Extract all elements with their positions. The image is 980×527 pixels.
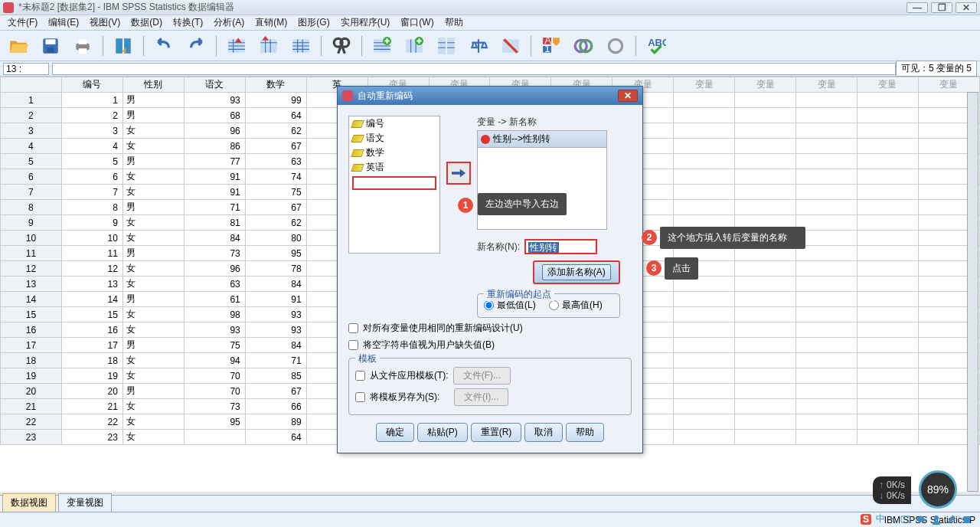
- empty-cell[interactable]: [674, 169, 735, 185]
- empty-cell[interactable]: [796, 414, 858, 430]
- cell[interactable]: 16: [61, 322, 122, 338]
- source-item[interactable]: 语文: [349, 131, 439, 146]
- cell[interactable]: 73: [184, 246, 245, 261]
- column-header[interactable]: 编号: [61, 77, 122, 93]
- empty-cell[interactable]: [796, 185, 858, 200]
- row-header[interactable]: 19: [1, 368, 62, 384]
- empty-cell[interactable]: [735, 185, 796, 200]
- punct-icon[interactable]: •,: [890, 514, 896, 525]
- cell[interactable]: 女: [122, 414, 184, 430]
- cell[interactable]: 女: [122, 307, 184, 322]
- empty-cell[interactable]: [857, 93, 918, 108]
- cell[interactable]: 89: [245, 414, 306, 430]
- cell[interactable]: 男: [122, 154, 184, 169]
- use-sets-icon[interactable]: [571, 34, 596, 57]
- source-item[interactable]: 数学: [349, 146, 439, 160]
- dialog-titlebar[interactable]: 自动重新编码 ✕: [338, 87, 642, 105]
- empty-cell[interactable]: [857, 154, 918, 169]
- empty-cell[interactable]: [674, 154, 735, 169]
- show-all-icon[interactable]: [603, 34, 628, 57]
- empty-cell[interactable]: [796, 139, 858, 154]
- weight-cases-icon[interactable]: [466, 34, 491, 57]
- select-cases-icon[interactable]: [498, 34, 523, 57]
- cell[interactable]: 67: [245, 139, 306, 154]
- add-newname-button[interactable]: 添加新名称(A): [533, 260, 620, 284]
- empty-cell[interactable]: [796, 108, 858, 123]
- empty-cell[interactable]: [857, 123, 918, 139]
- variables-icon[interactable]: [289, 34, 313, 57]
- cell[interactable]: 86: [184, 139, 245, 154]
- row-header[interactable]: 21: [1, 399, 62, 414]
- cell[interactable]: 女: [122, 353, 184, 368]
- cell[interactable]: 3: [61, 123, 122, 139]
- row-header[interactable]: 16: [1, 322, 62, 338]
- row-header[interactable]: 9: [1, 215, 62, 231]
- menu-视图(V)[interactable]: 视图(V): [85, 15, 125, 31]
- empty-cell[interactable]: [735, 200, 796, 215]
- source-item[interactable]: 英语: [349, 160, 439, 175]
- cell[interactable]: 64: [245, 430, 306, 445]
- row-header[interactable]: 18: [1, 353, 62, 368]
- cell[interactable]: 84: [245, 277, 306, 292]
- empty-column[interactable]: 变量: [796, 77, 858, 93]
- skin-icon[interactable]: [962, 514, 972, 525]
- cell[interactable]: 12: [61, 261, 122, 277]
- row-header[interactable]: 15: [1, 307, 62, 322]
- cell[interactable]: 96: [184, 261, 245, 277]
- cell[interactable]: 95: [184, 414, 245, 430]
- row-header[interactable]: 17: [1, 338, 62, 353]
- cell[interactable]: 男: [122, 384, 184, 399]
- row-header[interactable]: 12: [1, 261, 62, 277]
- cell[interactable]: 男: [122, 108, 184, 123]
- maximize-button[interactable]: ❐: [931, 2, 952, 13]
- cell[interactable]: 84: [245, 338, 306, 353]
- paste-button[interactable]: 粘贴(P): [417, 423, 468, 442]
- cell[interactable]: 73: [184, 399, 245, 414]
- source-item[interactable]: 编号: [349, 116, 439, 131]
- empty-cell[interactable]: [735, 384, 796, 399]
- empty-cell[interactable]: [674, 139, 735, 154]
- cell[interactable]: 93: [245, 307, 306, 322]
- cell[interactable]: 4: [61, 139, 122, 154]
- cell[interactable]: 94: [184, 353, 245, 368]
- empty-cell[interactable]: [735, 93, 796, 108]
- cell[interactable]: 女: [122, 231, 184, 246]
- newname-input[interactable]: 性别转: [524, 239, 597, 254]
- row-header[interactable]: 13: [1, 277, 62, 292]
- source-variables-list[interactable]: 编号语文数学英语: [348, 116, 440, 254]
- empty-cell[interactable]: [857, 200, 918, 215]
- move-right-button[interactable]: [446, 162, 471, 185]
- cell[interactable]: 84: [184, 231, 245, 246]
- empty-cell[interactable]: [857, 292, 918, 307]
- cell[interactable]: 女: [122, 322, 184, 338]
- cell[interactable]: 93: [245, 322, 306, 338]
- cell[interactable]: 20: [61, 384, 122, 399]
- keyboard-icon[interactable]: [900, 514, 911, 525]
- cell[interactable]: 71: [184, 200, 245, 215]
- cell[interactable]: 女: [122, 215, 184, 231]
- cell[interactable]: 62: [245, 215, 306, 231]
- cell[interactable]: 18: [61, 353, 122, 368]
- target-item[interactable]: 性别-->性别转: [478, 131, 606, 148]
- cancel-button[interactable]: 取消: [524, 423, 563, 442]
- row-header[interactable]: 8: [1, 200, 62, 215]
- empty-cell[interactable]: [857, 108, 918, 123]
- empty-cell[interactable]: [796, 200, 858, 215]
- empty-cell[interactable]: [735, 414, 796, 430]
- cloud-icon[interactable]: [916, 514, 926, 525]
- dialog-close-button[interactable]: ✕: [618, 90, 638, 102]
- cell[interactable]: 男: [122, 292, 184, 307]
- sogou-icon[interactable]: S: [861, 514, 871, 525]
- menu-转换(T)[interactable]: 转换(T): [168, 15, 207, 31]
- empty-cell[interactable]: [674, 307, 735, 322]
- empty-cell[interactable]: [735, 322, 796, 338]
- empty-cell[interactable]: [674, 430, 735, 445]
- cell[interactable]: 99: [245, 93, 306, 108]
- insert-variable-icon[interactable]: [402, 34, 426, 57]
- cell[interactable]: 14: [61, 292, 122, 307]
- value-labels-icon[interactable]: A1: [539, 34, 564, 57]
- empty-cell[interactable]: [796, 430, 858, 445]
- cell[interactable]: 68: [184, 108, 245, 123]
- empty-column[interactable]: 变量: [857, 77, 918, 93]
- goto-variable-icon[interactable]: [256, 34, 281, 57]
